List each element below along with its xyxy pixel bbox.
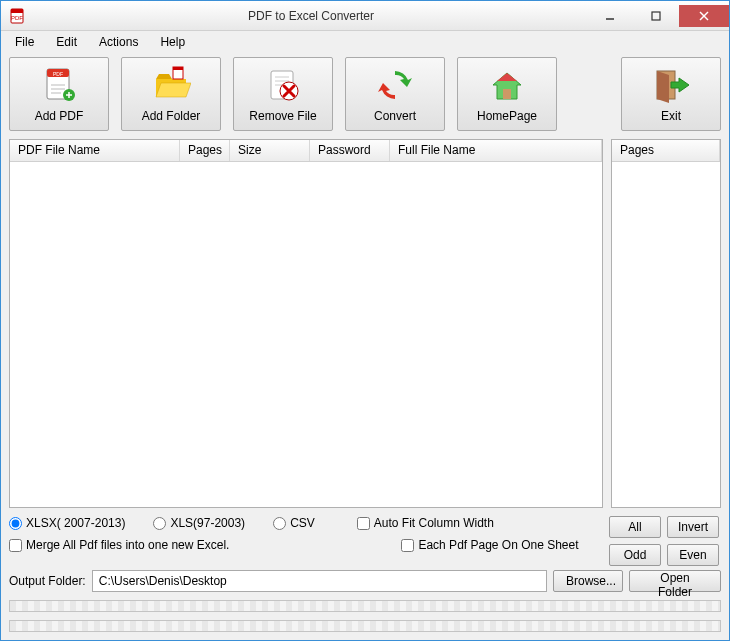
pages-list[interactable]: Pages xyxy=(611,139,721,508)
add-folder-label: Add Folder xyxy=(142,109,201,123)
close-button[interactable] xyxy=(679,5,729,27)
files-list-header: PDF File Name Pages Size Password Full F… xyxy=(10,140,602,162)
pages-list-body[interactable] xyxy=(612,162,720,507)
svg-text:PDF: PDF xyxy=(53,71,63,77)
col-password[interactable]: Password xyxy=(310,140,390,161)
add-folder-button[interactable]: Add Folder xyxy=(121,57,221,131)
remove-file-label: Remove File xyxy=(249,109,316,123)
select-odd-button[interactable]: Odd xyxy=(609,544,661,566)
maximize-button[interactable] xyxy=(633,5,679,27)
pdf-file-icon: PDF xyxy=(39,65,79,105)
titlebar: PDF PDF to Excel Converter xyxy=(1,1,729,31)
select-even-button[interactable]: Even xyxy=(667,544,719,566)
menu-edit[interactable]: Edit xyxy=(46,33,87,51)
remove-file-button[interactable]: Remove File xyxy=(233,57,333,131)
exit-label: Exit xyxy=(661,109,681,123)
format-xls-radio[interactable]: XLS(97-2003) xyxy=(153,516,245,530)
add-pdf-label: Add PDF xyxy=(35,109,84,123)
app-icon: PDF xyxy=(9,7,27,25)
convert-icon xyxy=(375,65,415,105)
files-list[interactable]: PDF File Name Pages Size Password Full F… xyxy=(9,139,603,508)
menubar: File Edit Actions Help xyxy=(1,31,729,53)
select-invert-button[interactable]: Invert xyxy=(667,516,719,538)
col-pdf-file-name[interactable]: PDF File Name xyxy=(10,140,180,161)
col-size[interactable]: Size xyxy=(230,140,310,161)
open-folder-button[interactable]: Open Folder xyxy=(629,570,721,592)
home-icon xyxy=(487,65,527,105)
col-pages-panel[interactable]: Pages xyxy=(612,140,720,161)
svg-rect-4 xyxy=(652,12,660,20)
format-csv-radio[interactable]: CSV xyxy=(273,516,315,530)
toolbar: PDF Add PDF Add Folder Remove File Conve… xyxy=(1,53,729,135)
col-full-file-name[interactable]: Full File Name xyxy=(390,140,602,161)
progress-bar-1 xyxy=(9,600,721,612)
menu-file[interactable]: File xyxy=(5,33,44,51)
output-folder-input[interactable] xyxy=(92,570,547,592)
format-xlsx-radio[interactable]: XLSX( 2007-2013) xyxy=(9,516,125,530)
exit-button[interactable]: Exit xyxy=(621,57,721,131)
files-list-body[interactable] xyxy=(10,162,602,507)
add-pdf-button[interactable]: PDF Add PDF xyxy=(9,57,109,131)
auto-fit-checkbox[interactable]: Auto Fit Column Width xyxy=(357,516,494,530)
pages-list-header: Pages xyxy=(612,140,720,162)
svg-rect-15 xyxy=(503,89,511,99)
svg-text:PDF: PDF xyxy=(11,15,23,21)
each-page-checkbox[interactable]: Each Pdf Page On One Sheet xyxy=(401,538,578,552)
menu-actions[interactable]: Actions xyxy=(89,33,148,51)
output-folder-label: Output Folder: xyxy=(9,574,86,588)
svg-rect-12 xyxy=(173,67,183,70)
minimize-button[interactable] xyxy=(587,5,633,27)
progress-bar-2 xyxy=(9,620,721,632)
merge-all-checkbox[interactable]: Merge All Pdf files into one new Excel. xyxy=(9,538,229,552)
remove-icon xyxy=(263,65,303,105)
exit-icon xyxy=(651,65,691,105)
svg-rect-1 xyxy=(11,9,23,13)
col-pages[interactable]: Pages xyxy=(180,140,230,161)
homepage-button[interactable]: HomePage xyxy=(457,57,557,131)
convert-button[interactable]: Convert xyxy=(345,57,445,131)
folder-icon xyxy=(151,65,191,105)
browse-button[interactable]: Browse... xyxy=(553,570,623,592)
homepage-label: HomePage xyxy=(477,109,537,123)
menu-help[interactable]: Help xyxy=(150,33,195,51)
convert-label: Convert xyxy=(374,109,416,123)
window-title: PDF to Excel Converter xyxy=(35,9,587,23)
select-all-button[interactable]: All xyxy=(609,516,661,538)
